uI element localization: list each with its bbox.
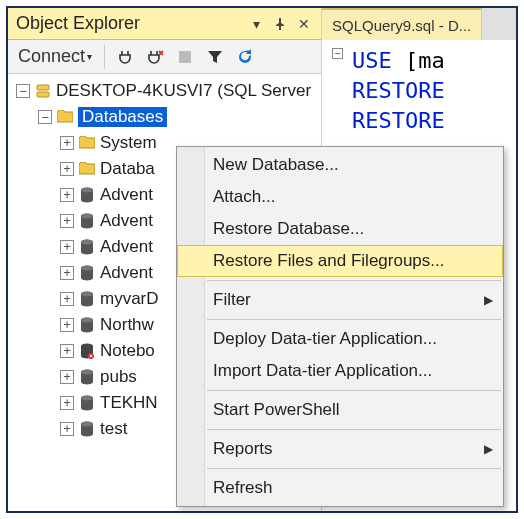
tree-node-label: Northw — [100, 315, 154, 335]
database-icon — [78, 394, 96, 412]
context-menu: New Database...Attach...Restore Database… — [176, 146, 504, 507]
menu-item[interactable]: Restore Files and Filegroups... — [177, 245, 503, 277]
connect-plug-icon[interactable] — [113, 45, 137, 69]
filter-icon[interactable] — [203, 45, 227, 69]
svg-point-4 — [81, 188, 93, 193]
expand-icon[interactable]: + — [60, 422, 74, 436]
stop-icon[interactable] — [173, 45, 197, 69]
menu-item[interactable]: Filter▶ — [177, 284, 503, 316]
tree-node-label: Notebo — [100, 341, 155, 361]
menu-item[interactable]: Import Data-tier Application... — [177, 355, 503, 387]
menu-separator — [207, 390, 501, 391]
menu-separator — [207, 468, 501, 469]
expand-icon[interactable]: + — [60, 214, 74, 228]
folder-icon — [78, 134, 96, 152]
folder-icon — [56, 108, 74, 126]
menu-item[interactable]: Refresh — [177, 472, 503, 504]
dropdown-icon[interactable]: ▾ — [247, 15, 265, 33]
database-icon — [78, 290, 96, 308]
menu-item[interactable]: Attach... — [177, 181, 503, 213]
svg-rect-1 — [37, 85, 49, 90]
database-icon — [78, 238, 96, 256]
menu-item-label: New Database... — [213, 155, 339, 175]
tree-node-label: myvarD — [100, 289, 159, 309]
svg-rect-0 — [179, 51, 191, 63]
fold-icon[interactable]: − — [332, 48, 343, 59]
menu-item[interactable]: Reports▶ — [177, 433, 503, 465]
tree-node-label: pubs — [100, 367, 137, 387]
database-icon — [78, 342, 96, 360]
tab-bar: SQLQuery9.sql - D... — [322, 8, 516, 40]
panel-title: Object Explorer — [16, 13, 140, 34]
tree-node-label: Advent — [100, 237, 153, 257]
menu-item-label: Filter — [213, 290, 251, 310]
expand-icon[interactable]: + — [60, 370, 74, 384]
svg-point-20 — [81, 396, 93, 401]
toolbar: Connect▾ — [8, 40, 321, 74]
disconnect-plug-icon[interactable] — [143, 45, 167, 69]
folder-icon — [78, 160, 96, 178]
tree-node-label: TEKHN — [100, 393, 158, 413]
menu-item-label: Reports — [213, 439, 273, 459]
database-icon — [78, 212, 96, 230]
svg-point-18 — [81, 370, 93, 375]
menu-item[interactable]: New Database... — [177, 149, 503, 181]
expand-icon[interactable]: + — [60, 344, 74, 358]
svg-point-22 — [81, 422, 93, 427]
tree-node-label: DESKTOP-4KUSVI7 (SQL Server — [56, 81, 311, 101]
database-icon — [78, 186, 96, 204]
svg-point-10 — [81, 266, 93, 271]
menu-item-label: Attach... — [213, 187, 275, 207]
expand-icon[interactable]: + — [60, 292, 74, 306]
menu-item[interactable]: Restore Database... — [177, 213, 503, 245]
svg-point-6 — [81, 214, 93, 219]
expand-icon[interactable]: + — [60, 188, 74, 202]
svg-rect-2 — [37, 92, 49, 97]
tree-node-label: System — [100, 133, 157, 153]
tree-node-label: Advent — [100, 263, 153, 283]
tree-server-node[interactable]: − DESKTOP-4KUSVI7 (SQL Server — [12, 78, 321, 104]
close-icon[interactable]: ✕ — [295, 15, 313, 33]
svg-point-14 — [81, 318, 93, 323]
database-icon — [78, 420, 96, 438]
panel-titlebar: Object Explorer ▾ ✕ — [8, 8, 321, 40]
expand-icon[interactable]: + — [60, 240, 74, 254]
tree-node-label: Databases — [78, 107, 167, 127]
tree-node-label: test — [100, 419, 127, 439]
pin-icon[interactable] — [271, 15, 289, 33]
tree-databases-node[interactable]: − Databases — [12, 104, 321, 130]
tree-node-label: Advent — [100, 211, 153, 231]
tree-node-label: Advent — [100, 185, 153, 205]
database-icon — [78, 368, 96, 386]
tree-node-label: Databa — [100, 159, 155, 179]
collapse-icon[interactable]: − — [16, 84, 30, 98]
menu-item-label: Refresh — [213, 478, 273, 498]
expand-icon[interactable]: + — [60, 396, 74, 410]
database-icon — [78, 316, 96, 334]
expand-icon[interactable]: + — [60, 266, 74, 280]
svg-point-8 — [81, 240, 93, 245]
tab-sqlquery[interactable]: SQLQuery9.sql - D... — [322, 8, 482, 40]
submenu-arrow-icon: ▶ — [484, 442, 493, 456]
connect-button[interactable]: Connect▾ — [14, 44, 96, 69]
expand-icon[interactable]: + — [60, 318, 74, 332]
tab-label: SQLQuery9.sql - D... — [332, 17, 471, 34]
submenu-arrow-icon: ▶ — [484, 293, 493, 307]
menu-separator — [207, 280, 501, 281]
menu-item-label: Start PowerShell — [213, 400, 340, 420]
expand-icon[interactable]: + — [60, 162, 74, 176]
menu-item-label: Restore Files and Filegroups... — [213, 251, 445, 271]
collapse-icon[interactable]: − — [38, 110, 52, 124]
refresh-icon[interactable] — [233, 45, 257, 69]
menu-item[interactable]: Start PowerShell — [177, 394, 503, 426]
svg-point-12 — [81, 292, 93, 297]
database-icon — [78, 264, 96, 282]
menu-item-label: Restore Database... — [213, 219, 364, 239]
menu-separator — [207, 319, 501, 320]
server-icon — [34, 82, 52, 100]
menu-item-label: Deploy Data-tier Application... — [213, 329, 437, 349]
menu-item[interactable]: Deploy Data-tier Application... — [177, 323, 503, 355]
menu-item-label: Import Data-tier Application... — [213, 361, 432, 381]
menu-separator — [207, 429, 501, 430]
expand-icon[interactable]: + — [60, 136, 74, 150]
